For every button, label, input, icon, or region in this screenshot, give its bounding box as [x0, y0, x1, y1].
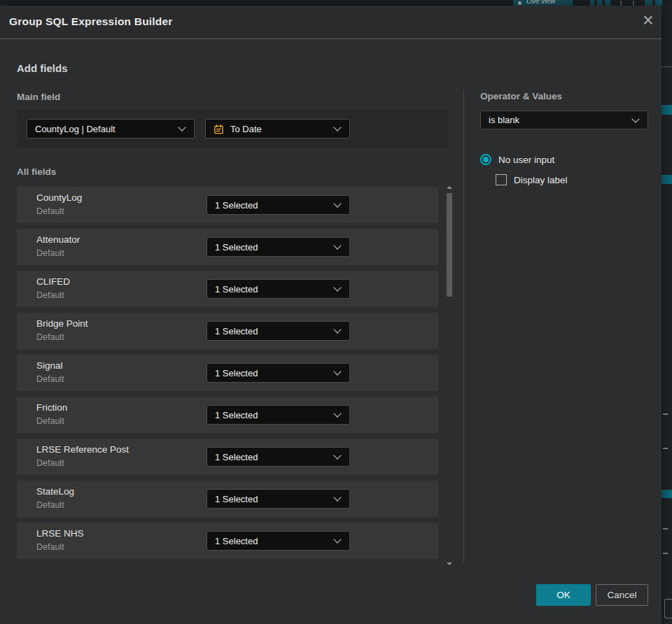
live-view-button: Live view: [513, 0, 573, 6]
background-fragment: [664, 599, 672, 618]
chevron-down-icon: [333, 199, 341, 207]
field-selection-dropdown[interactable]: 1 Selected: [206, 321, 350, 341]
scroll-up-icon[interactable]: [447, 186, 452, 189]
field-type: Default: [36, 458, 64, 468]
background-toolbar-button: [590, 0, 610, 6]
field-name: Attenuator: [36, 234, 80, 245]
main-field-panel: CountyLog | Default To Date: [17, 110, 448, 148]
field-selection-dropdown[interactable]: 1 Selected: [206, 363, 350, 383]
field-type: Default: [36, 290, 64, 300]
toolbar-bar-icon: [652, 0, 655, 6]
field-type: Default: [36, 500, 64, 510]
chevron-down-icon: [333, 325, 341, 333]
background-fragment: [662, 175, 672, 184]
screen: Live view Group SQL Expression Builder ×…: [0, 0, 672, 624]
chevron-down-icon: [333, 367, 341, 375]
chevron-down-icon: [631, 115, 639, 122]
chevron-down-icon: [178, 123, 186, 131]
close-icon[interactable]: ×: [638, 11, 658, 31]
field-name: CountyLog: [36, 192, 82, 203]
field-type: Default: [36, 332, 64, 342]
field-name: Bridge Point: [36, 318, 88, 329]
field-row: Bridge Point Default 1 Selected: [17, 313, 438, 349]
field-selection-dropdown[interactable]: 1 Selected: [206, 405, 350, 425]
toolbar-tick-icon: [620, 1, 622, 6]
background-fragment: [662, 66, 672, 67]
background-toolbar-button: [645, 0, 662, 6]
all-fields-label: All fields: [17, 166, 56, 177]
background-fragment: [662, 105, 672, 115]
background-fragment: [662, 490, 672, 498]
dialog-header: Group SQL Expression Builder ×: [0, 6, 662, 39]
field-type: Default: [36, 542, 64, 552]
field-row: Attenuator Default 1 Selected: [17, 229, 438, 265]
field-selection-dropdown[interactable]: 1 Selected: [206, 447, 350, 467]
field-name: Friction: [36, 402, 67, 413]
chevron-down-icon: [333, 123, 341, 131]
field-row: StateLog Default 1 Selected: [17, 481, 438, 517]
live-dot-icon: [518, 1, 522, 5]
add-fields-heading: Add fields: [17, 62, 68, 74]
chevron-down-icon: [333, 493, 341, 501]
scrollbar-thumb[interactable]: [447, 193, 452, 297]
dialog-title: Group SQL Expression Builder: [9, 15, 173, 28]
field-name: Signal: [36, 360, 63, 371]
toolbar-tick-icon: [633, 1, 634, 6]
field-type: Default: [36, 248, 64, 258]
calendar-icon: [214, 124, 224, 134]
field-name: StateLog: [36, 486, 74, 497]
field-type: Default: [36, 206, 64, 216]
field-selection-dropdown[interactable]: 1 Selected: [206, 489, 350, 509]
toolbar-bar-icon: [594, 0, 597, 6]
field-name: LRSE Reference Post: [36, 444, 129, 455]
field-type: Default: [36, 374, 64, 384]
field-type: Default: [36, 416, 64, 426]
field-row: CLIFED Default 1 Selected: [17, 271, 438, 307]
chevron-down-icon: [333, 409, 341, 417]
field-row: Friction Default 1 Selected: [17, 397, 438, 433]
field-selection-dropdown[interactable]: 1 Selected: [206, 237, 350, 257]
chevron-down-icon: [333, 451, 341, 459]
operator-dropdown[interactable]: is blank: [480, 111, 648, 129]
background-fragment: [663, 528, 668, 530]
field-selection-dropdown[interactable]: 1 Selected: [206, 279, 350, 299]
background-app-right-strip: [662, 6, 672, 624]
ok-button[interactable]: OK: [536, 584, 591, 606]
radio-selected-icon[interactable]: [480, 154, 491, 165]
chevron-down-icon: [333, 241, 341, 249]
main-field-dropdown[interactable]: CountyLog | Default: [27, 119, 195, 139]
field-selection-dropdown[interactable]: 1 Selected: [206, 195, 350, 215]
field-row: LRSE NHS Default 1 Selected: [17, 523, 438, 559]
field-selection-dropdown[interactable]: 1 Selected: [206, 531, 350, 551]
background-fragment: [663, 413, 668, 415]
cancel-button[interactable]: Cancel: [596, 584, 648, 606]
field-row: CountyLog Default 1 Selected: [17, 187, 438, 223]
display-label-checkbox[interactable]: Display label: [496, 174, 568, 185]
operator-values-label: Operator & Values: [480, 91, 562, 101]
field-row: LRSE Reference Post Default 1 Selected: [17, 439, 438, 475]
main-field-label: Main field: [17, 92, 60, 102]
chevron-down-icon: [333, 283, 341, 291]
no-user-input-radio[interactable]: No user input: [480, 154, 554, 165]
field-row: Signal Default 1 Selected: [17, 355, 438, 391]
panel-divider: [463, 90, 464, 563]
scroll-down-icon[interactable]: [447, 562, 452, 565]
group-sql-expression-builder-dialog: Group SQL Expression Builder × Add field…: [0, 6, 662, 624]
toolbar-bar-icon: [602, 0, 605, 6]
list-scrollbar[interactable]: [445, 186, 454, 565]
background-fragment: [663, 553, 668, 554]
field-name: CLIFED: [36, 276, 70, 287]
live-view-label: Live view: [526, 0, 555, 5]
background-app-strip: Live view: [0, 0, 672, 6]
chevron-down-icon: [333, 535, 341, 543]
checkbox-unchecked-icon[interactable]: [496, 174, 507, 185]
main-field-type-dropdown[interactable]: To Date: [205, 119, 350, 139]
background-fragment: [663, 448, 668, 449]
field-name: LRSE NHS: [36, 528, 84, 539]
